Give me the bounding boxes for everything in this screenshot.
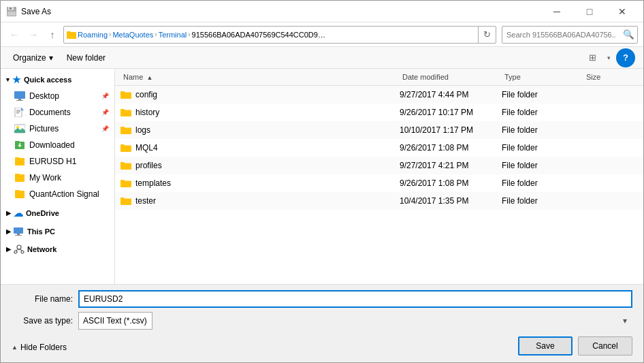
address-toolbar: ← → ↑ Roaming › MetaQuotes › Terminal › … (1, 22, 643, 47)
svg-rect-14 (14, 227, 23, 234)
file-name-input[interactable] (78, 290, 632, 308)
sidebar-desktop-label: Desktop (29, 91, 59, 101)
svg-rect-4 (14, 91, 25, 99)
quick-access-section: ▾ ★ Quick access Desktop 📌 (1, 72, 114, 202)
col-header-size[interactable]: Size (583, 72, 638, 82)
sidebar-item-documents[interactable]: Documents 📌 (1, 104, 114, 121)
svg-rect-15 (17, 234, 20, 235)
col-header-name[interactable]: Name ▲ (120, 72, 400, 82)
file-name-row: File name: (12, 290, 632, 308)
thispc-label: This PC (27, 227, 55, 236)
pin-icon-pics: 📌 (101, 125, 109, 132)
minimize-button[interactable]: ─ (541, 2, 573, 21)
sort-arrow: ▲ (146, 74, 152, 81)
help-button[interactable]: ? (616, 48, 635, 67)
back-button[interactable]: ← (6, 27, 22, 43)
maximize-button[interactable]: □ (574, 2, 605, 21)
button-row: ▲ Hide Folders Save Cancel (12, 334, 632, 357)
file-row-config[interactable]: config 9/27/2017 4:44 PM File folder (115, 86, 643, 104)
sidebar-thispc[interactable]: ▶ This PC (1, 224, 114, 239)
quick-access-label: Quick access (24, 76, 71, 84)
col-header-date[interactable]: Date modified (400, 72, 502, 82)
main-content: ▾ ★ Quick access Desktop 📌 (1, 69, 643, 284)
mywork-folder-icon (14, 172, 25, 183)
folder-icon (67, 31, 76, 39)
up-button[interactable]: ↑ (44, 27, 61, 43)
quick-access-star-icon: ★ (12, 74, 21, 85)
svg-point-17 (17, 245, 21, 249)
search-input[interactable] (502, 31, 619, 39)
col-header-type[interactable]: Type (502, 72, 583, 82)
breadcrumb-current: 915566BA06ADA407569C544CC0D97611 (192, 31, 328, 39)
sidebar-eurusd-label: EURUSD H1 (29, 157, 76, 166)
forward-button[interactable]: → (25, 27, 42, 43)
close-button[interactable]: ✕ (607, 2, 638, 21)
pin-icon-docs: 📌 (101, 109, 109, 116)
sidebar-item-eurusd[interactable]: EURUSD H1 (1, 153, 114, 170)
onedrive-label: OneDrive (26, 209, 59, 217)
hide-folders-label: Hide Folders (20, 343, 67, 352)
file-row-logs[interactable]: logs 10/10/2017 1:17 PM File folder (115, 121, 643, 139)
svg-line-20 (16, 249, 19, 251)
folder-icon-profiles (120, 161, 131, 170)
svg-point-19 (21, 251, 24, 253)
folder-icon-mql4 (120, 143, 131, 153)
pin-icon: 📌 (101, 93, 109, 99)
window-icon (6, 6, 17, 17)
folder-icon-config (120, 90, 131, 99)
svg-rect-2 (10, 7, 12, 10)
breadcrumb-metaquotes[interactable]: MetaQuotes (112, 31, 153, 39)
quick-access-chevron: ▾ (6, 76, 10, 83)
organize-button[interactable]: Organize ▾ (9, 50, 57, 66)
desktop-icon (14, 91, 25, 101)
save-button[interactable]: Save (518, 336, 573, 356)
downloaded-icon (14, 140, 25, 151)
file-row-profiles[interactable]: profiles 9/27/2017 4:21 PM File folder (115, 157, 643, 174)
organize-chevron: ▾ (49, 53, 53, 63)
quantaction-folder-icon (14, 189, 25, 200)
sidebar-item-pictures[interactable]: Pictures 📌 (1, 121, 114, 137)
second-toolbar: Organize ▾ New folder ⊞ ▾ ? (1, 47, 643, 69)
file-name-label: File name: (12, 294, 73, 304)
breadcrumb: Roaming › MetaQuotes › Terminal › 915566… (64, 27, 478, 43)
cancel-button[interactable]: Cancel (578, 336, 632, 356)
folder-icon-tester (120, 196, 131, 206)
refresh-button[interactable]: ↻ (478, 26, 496, 44)
view-options-button[interactable]: ⊞ (583, 50, 602, 66)
save-as-type-select[interactable]: ASCII Text (*.csv) (78, 312, 152, 330)
svg-point-18 (14, 251, 17, 253)
search-button[interactable]: 🔍 (619, 26, 637, 44)
breadcrumb-roaming[interactable]: Roaming (78, 31, 108, 39)
quick-access-header[interactable]: ▾ ★ Quick access (1, 72, 114, 88)
svg-rect-3 (7, 12, 16, 16)
thispc-chevron: ▶ (6, 228, 11, 235)
sidebar-item-desktop[interactable]: Desktop 📌 (1, 88, 114, 104)
window-title: Save As (21, 7, 541, 16)
search-bar[interactable]: 🔍 (502, 26, 638, 44)
file-row-history[interactable]: history 9/26/2017 10:17 PM File folder (115, 104, 643, 121)
sidebar-item-downloaded[interactable]: Downloaded (1, 137, 114, 153)
sidebar-downloaded-label: Downloaded (29, 140, 75, 150)
save-as-type-label: Save as type: (12, 316, 73, 326)
thispc-icon (14, 227, 25, 236)
address-bar[interactable]: Roaming › MetaQuotes › Terminal › 915566… (63, 26, 496, 44)
hide-folders-area: ▲ Hide Folders (12, 336, 513, 356)
breadcrumb-terminal[interactable]: Terminal (159, 31, 187, 39)
thispc-section: ▶ This PC (1, 224, 114, 239)
documents-icon (14, 107, 25, 118)
sidebar-item-quantaction[interactable]: QuantAction Signal (1, 186, 114, 202)
new-folder-button[interactable]: New folder (63, 50, 110, 66)
file-row-templates[interactable]: templates 9/26/2017 1:08 PM File folder (115, 174, 643, 192)
svg-rect-7 (15, 108, 22, 117)
folder-icon-logs (120, 125, 131, 135)
eurusd-folder-icon (14, 156, 25, 167)
view-chevron: ▾ (607, 54, 611, 61)
file-row-mql4[interactable]: MQL4 9/26/2017 1:08 PM File folder (115, 139, 643, 157)
sidebar: ▾ ★ Quick access Desktop 📌 (1, 69, 115, 284)
sidebar-network[interactable]: ▶ Network (1, 242, 114, 257)
save-as-type-wrapper: ASCII Text (*.csv) (78, 312, 632, 330)
svg-rect-16 (15, 235, 22, 236)
file-row-tester[interactable]: tester 10/4/2017 1:35 PM File folder (115, 192, 643, 210)
sidebar-item-mywork[interactable]: My Work (1, 170, 114, 186)
sidebar-onedrive[interactable]: ▶ ☁ OneDrive (1, 205, 114, 221)
